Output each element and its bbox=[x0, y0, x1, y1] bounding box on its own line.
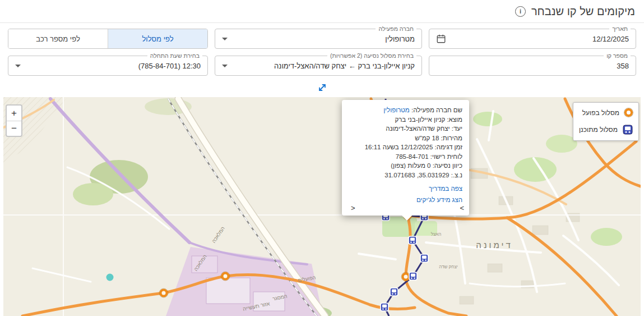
operator-select-label: חברה מפעילה bbox=[376, 25, 416, 33]
route-select-label: בחירת מסלול נסיעה (2 אפשרויות) bbox=[327, 52, 416, 60]
bus-stop-marker[interactable] bbox=[390, 288, 398, 296]
route-select-value: קניון איילון-בני ברק ← יצחק שדה/האצל-דימ… bbox=[274, 62, 415, 70]
chevron-down-icon bbox=[15, 65, 21, 67]
popup-geek-info-link[interactable]: הצג מידע לג'יקים bbox=[416, 196, 462, 203]
page-title: מיקומים של קו שנבחר bbox=[531, 5, 635, 18]
start-time-label: בחירת שעת התחלה bbox=[147, 52, 202, 60]
actual-route-icon bbox=[624, 108, 633, 117]
map-canvas[interactable]: דימונה המלאכה המלאכה המסגר הפועלים אזור … bbox=[3, 97, 641, 316]
map-label-street: האצל bbox=[431, 232, 442, 237]
popup-speed: מהירות: 18 קמ"ש bbox=[349, 134, 462, 143]
chevron-down-icon bbox=[222, 65, 228, 67]
popup-operator-label: שם חברה מפעילה: bbox=[411, 107, 462, 113]
map-label-street: יצחק שדה bbox=[439, 264, 458, 269]
popup-operator-link[interactable]: מטרופולין bbox=[383, 107, 410, 113]
date-field-label: תאריך bbox=[609, 25, 631, 33]
page-header: מיקומים של קו שנבחר i bbox=[0, 0, 644, 23]
map-roads bbox=[3, 99, 641, 316]
toggle-by-route[interactable]: לפי מסלול bbox=[108, 29, 207, 48]
bus-stop-marker[interactable] bbox=[409, 272, 417, 280]
popup-direction: כיוון נסיעה: 0 מעלות (צפון) bbox=[349, 161, 462, 171]
map-label-street: המלאכה bbox=[211, 226, 226, 244]
popup-destination: יעד: יצחק שדה/האצל-דימונה bbox=[349, 124, 462, 134]
toggle-by-vehicle[interactable]: לפי מספר רכב bbox=[8, 29, 108, 48]
popup-operator-line: שם חברה מפעילה: מטרופולין bbox=[349, 106, 462, 115]
filters-panel: תאריך 12/12/2025 חברה מפעילה מטרופולין ל… bbox=[0, 23, 644, 78]
zoom-out-button[interactable]: − bbox=[7, 121, 21, 136]
bus-stop-marker[interactable] bbox=[420, 254, 428, 262]
expand-map-button[interactable] bbox=[317, 83, 327, 93]
map[interactable]: דימונה המלאכה המלאכה המסגר הפועלים אזור … bbox=[3, 97, 641, 316]
operator-select[interactable]: חברה מפעילה מטרופולין bbox=[215, 29, 422, 49]
line-number-label: מספר קו bbox=[604, 52, 631, 60]
legend-planned-route: מסלול מתוכנן bbox=[579, 125, 633, 135]
popup-coordinates: נ.צ.: 35.031929, 31.071683 bbox=[349, 171, 462, 180]
map-label-city: דימונה bbox=[476, 240, 512, 250]
date-field-value: 12/12/2025 bbox=[592, 35, 629, 43]
start-time-value: (785-84-701) 12:30 bbox=[138, 62, 201, 70]
view-mode-toggle: לפי מסלול לפי מספר רכב bbox=[8, 29, 208, 49]
popup-license-plate: לוחית רישוי: 785-84-701 bbox=[349, 152, 462, 162]
bus-stop-marker[interactable] bbox=[381, 303, 388, 311]
vehicle-location-marker[interactable] bbox=[159, 288, 168, 297]
info-icon[interactable]: i bbox=[515, 6, 526, 17]
start-time-select[interactable]: בחירת שעת התחלה (785-84-701) 12:30 bbox=[8, 56, 208, 76]
popup-next-button[interactable]: > bbox=[460, 204, 464, 213]
date-field[interactable]: תאריך 12/12/2025 bbox=[429, 29, 636, 49]
route-select[interactable]: בחירת מסלול נסיעה (2 אפשרויות) קניון איי… bbox=[215, 56, 422, 76]
zoom-control: + − bbox=[6, 104, 22, 137]
legend-actual-route: מסלול בפועל bbox=[579, 108, 633, 117]
bus-stop-marker[interactable] bbox=[409, 236, 416, 244]
popup-guide-link[interactable]: צפה במדריך bbox=[429, 185, 462, 192]
popup-sample-time: זמן דגימה: 12/12/2025 בשעה 16:11 bbox=[349, 143, 462, 152]
map-popup: שם חברה מפעילה: מטרופולין מוצא: קניון אי… bbox=[342, 100, 469, 216]
legend-planned-label: מסלול מתוכנן bbox=[579, 126, 618, 134]
line-number-field[interactable]: מספר קו 358 bbox=[429, 56, 636, 76]
vehicle-location-marker[interactable] bbox=[221, 272, 230, 281]
expand-row bbox=[0, 78, 644, 97]
line-number-value: 358 bbox=[617, 62, 629, 70]
zoom-in-button[interactable]: + bbox=[7, 106, 21, 121]
operator-select-value: מטרופולין bbox=[385, 35, 415, 43]
planned-route-icon bbox=[623, 125, 633, 135]
chevron-down-icon bbox=[222, 38, 228, 40]
legend-actual-label: מסלול בפועל bbox=[582, 109, 619, 117]
popup-prev-button[interactable]: < bbox=[351, 204, 355, 213]
calendar-icon[interactable] bbox=[436, 34, 446, 44]
map-legend: מסלול בפועל מסלול מתוכנן bbox=[573, 102, 639, 141]
popup-origin: מוצא: קניון איילון-בני ברק bbox=[349, 115, 462, 125]
